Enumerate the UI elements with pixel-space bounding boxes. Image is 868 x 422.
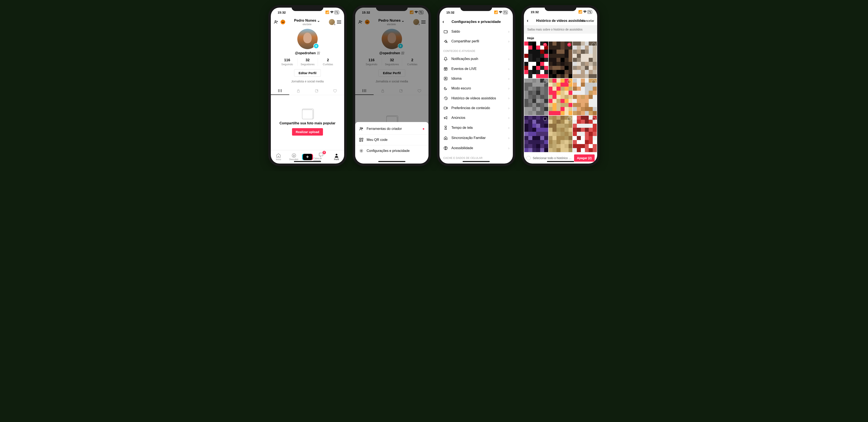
accessibility-icon — [443, 146, 448, 150]
video-thumb[interactable] — [549, 78, 572, 115]
row-push[interactable]: Notificações push› — [439, 54, 513, 64]
row-label: Preferências de conteúdo — [452, 106, 490, 110]
svg-point-22 — [361, 150, 362, 151]
home-indicator — [378, 161, 405, 162]
row-watch-history[interactable]: Histórico de vídeos assistidos› — [439, 93, 513, 103]
nav-create[interactable]: + — [303, 154, 312, 160]
nav-profile[interactable]: Perfil — [329, 153, 344, 161]
row-label: Acessibilidade — [452, 146, 473, 150]
home-heart-icon — [443, 136, 448, 140]
page-title: Histórico de vídeos assistidos — [536, 19, 585, 23]
settings-header: ‹ Configurações e privacidade — [439, 17, 513, 27]
chevron-right-icon: › — [508, 106, 509, 110]
account-switcher-avatar[interactable] — [329, 19, 335, 25]
nav-inbox[interactable]: 3 Caixa de entrada — [313, 152, 329, 162]
select-circle[interactable] — [592, 80, 595, 84]
video-thumb[interactable] — [549, 116, 572, 152]
video-thumb[interactable] — [573, 78, 597, 115]
tab-saved[interactable] — [308, 87, 326, 95]
sheet-settings[interactable]: Configurações e privacidade — [355, 145, 429, 156]
video-thumb[interactable] — [573, 116, 597, 152]
photos-icon — [302, 109, 313, 119]
video-thumb[interactable] — [524, 116, 548, 152]
row-ads[interactable]: Anúncios› — [439, 113, 513, 123]
row-share[interactable]: Compartilhar perfil› — [439, 36, 513, 46]
svg-point-7 — [292, 154, 296, 157]
battery-icon: 71 — [587, 10, 592, 14]
row-content-pref[interactable]: Preferências de conteúdo› — [439, 103, 513, 113]
video-grid — [524, 41, 597, 152]
video-thumb[interactable] — [524, 41, 548, 78]
row-label: Eventos de LIVE — [452, 67, 476, 71]
row-screen-time[interactable]: Tempo de tela› — [439, 123, 513, 133]
action-sheet: Ferramentas do criador Meu QR code Confi… — [355, 122, 429, 164]
share-icon — [443, 39, 448, 43]
info-banner[interactable]: Saiba mais sobre o histórico de assistid… — [524, 25, 597, 34]
select-all-radio[interactable] — [526, 156, 531, 160]
stat-likes[interactable]: 2Curtidas — [318, 58, 338, 66]
back-icon[interactable]: ‹ — [442, 19, 444, 25]
home-indicator — [294, 161, 321, 162]
add-friend-icon[interactable] — [274, 20, 278, 24]
sheet-item-label: Configurações e privacidade — [367, 149, 410, 153]
svg-point-9 — [336, 154, 337, 156]
chevron-right-icon: › — [508, 67, 509, 71]
chevron-right-icon: › — [508, 76, 509, 81]
select-circle[interactable] — [543, 117, 547, 121]
tab-liked[interactable] — [326, 87, 344, 95]
qr-icon[interactable] — [317, 52, 320, 55]
stat-following[interactable]: 116Seguindo — [277, 58, 297, 66]
svg-rect-4 — [319, 54, 319, 54]
select-circle-checked[interactable] — [543, 43, 547, 46]
section-cache: CACHE E DADOS DE CELULAR — [439, 153, 513, 161]
stat-followers[interactable]: 32Seguidores — [297, 58, 318, 66]
tab-grid[interactable] — [271, 87, 289, 95]
row-family[interactable]: Sincronização Familiar› — [439, 133, 513, 143]
row-accessibility[interactable]: Acessibilidade› — [439, 143, 513, 153]
svg-rect-18 — [360, 138, 361, 139]
content-tabs — [271, 87, 344, 95]
row-dark[interactable]: Modo escuro› — [439, 84, 513, 93]
sheet-qr[interactable]: Meu QR code — [355, 134, 429, 145]
video-thumb[interactable] — [549, 41, 572, 78]
sheet-item-label: Meu QR code — [367, 138, 388, 142]
home-indicator — [547, 161, 574, 162]
profile-name-dropdown[interactable]: Pedro Nunes ⌄ — [294, 19, 320, 23]
select-circle[interactable] — [592, 43, 595, 46]
row-balance[interactable]: Saldo› — [439, 27, 513, 36]
select-circle[interactable] — [567, 117, 571, 121]
cancel-button[interactable]: Cancelar — [582, 19, 594, 23]
tab-private[interactable] — [289, 87, 308, 95]
video-thumb[interactable] — [573, 41, 597, 78]
row-live[interactable]: Eventos de LIVE› — [439, 64, 513, 74]
upload-button[interactable]: Realizar upload — [292, 128, 323, 136]
status-time: 15:32 — [446, 10, 454, 14]
row-label: Anúncios — [452, 116, 465, 120]
bell-icon — [443, 57, 448, 61]
chevron-right-icon: › — [508, 96, 509, 100]
status-time: 15:32 — [278, 10, 286, 14]
select-all-label[interactable]: Selecionar todo o histórico de assis... — [533, 156, 572, 160]
sheet-creator-tools[interactable]: Ferramentas do criador — [355, 123, 429, 134]
video-thumb[interactable] — [524, 78, 548, 115]
section-content: CONTEÚDO E ATIVIDADE — [439, 46, 513, 54]
phone-profile: 15:32 📶 71 Pedro Nunes ⌄ — [268, 5, 347, 166]
back-icon[interactable]: ‹ — [527, 18, 528, 24]
row-label: Tempo de tela — [452, 126, 473, 130]
row-language[interactable]: Idioma› — [439, 74, 513, 84]
menu-icon[interactable] — [337, 21, 341, 24]
avatar-add-icon[interactable]: + — [313, 43, 319, 49]
svg-point-17 — [360, 127, 361, 129]
select-circle[interactable] — [543, 80, 547, 84]
signal-icon: 📶 — [578, 10, 582, 14]
chevron-down-icon: ⌄ — [317, 19, 320, 23]
moon-icon — [443, 87, 448, 90]
nav-discover[interactable]: Descobrir — [286, 153, 302, 161]
pumpkin-icon[interactable] — [281, 20, 285, 24]
bio: Jornalista e social media — [271, 80, 344, 83]
nav-home[interactable]: Início — [271, 153, 286, 161]
video-icon — [443, 106, 448, 110]
select-circle[interactable] — [592, 117, 595, 121]
delete-button[interactable]: Apagar (2) — [574, 155, 595, 162]
edit-profile-button[interactable]: Editar Perfil — [294, 69, 321, 77]
